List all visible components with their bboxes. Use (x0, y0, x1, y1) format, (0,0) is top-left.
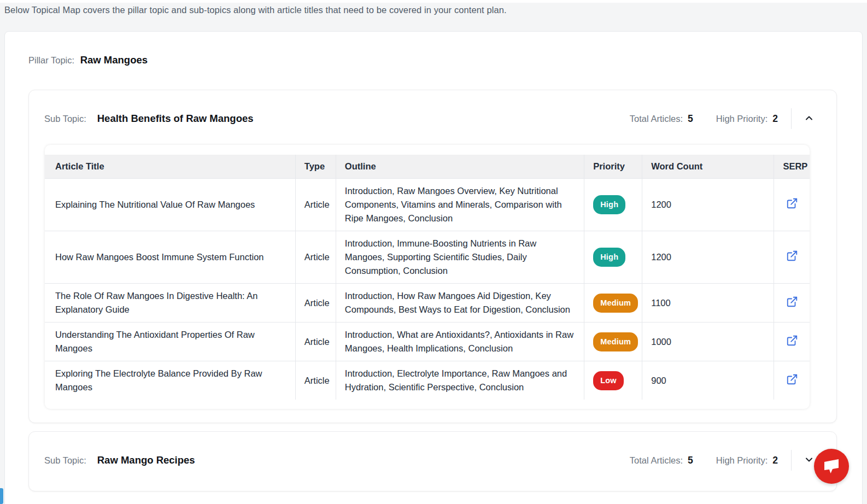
header-priority: Priority (584, 155, 642, 179)
serp-link-button[interactable] (785, 196, 799, 212)
table-row: How Raw Mangoes Boost Immune System Func… (45, 231, 810, 284)
total-articles-stat: Total Articles: 5 (630, 455, 693, 466)
article-outline-cell: Introduction, What are Antioxidants?, An… (336, 323, 584, 361)
article-serp-cell (774, 179, 810, 231)
subtopic-stats: Total Articles: 5 High Priority: 2 (607, 108, 817, 129)
serp-link-button[interactable] (785, 333, 799, 349)
external-link-icon (786, 379, 798, 387)
table-row: Explaining The Nutritional Value Of Raw … (45, 179, 810, 231)
articles-table-container: Article Title Type Outline Priority Word… (45, 145, 810, 409)
external-link-icon (786, 255, 798, 263)
header-divider (791, 108, 792, 129)
header-divider (791, 450, 792, 471)
article-outline-cell: Introduction, Electrolyte Importance, Ra… (336, 361, 584, 400)
priority-badge: High (593, 195, 625, 214)
header-serp: SERP (774, 155, 810, 179)
article-priority-cell: High (584, 179, 642, 231)
total-articles-label: Total Articles: (630, 455, 683, 466)
intro-text: Below Topical Map covers the pillar topi… (4, 5, 867, 15)
article-title-cell: Exploring The Electrolyte Balance Provid… (45, 361, 295, 400)
total-articles-value: 5 (688, 455, 693, 466)
high-priority-stat: High Priority: 2 (716, 455, 778, 466)
high-priority-stat: High Priority: 2 (716, 113, 778, 125)
article-type-cell: Article (295, 231, 336, 284)
article-word-count-cell: 1200 (642, 179, 774, 231)
subtopic-card-recipes: Sub Topic: Raw Mango Recipes Total Artic… (28, 431, 837, 491)
high-priority-value: 2 (772, 455, 778, 466)
priority-badge: Low (593, 371, 624, 390)
external-link-icon (786, 340, 798, 348)
high-priority-label: High Priority: (716, 455, 768, 466)
article-serp-cell (774, 284, 810, 323)
article-word-count-cell: 1200 (642, 231, 774, 284)
pillar-topic-value: Raw Mangoes (80, 54, 148, 66)
chat-launcher-button[interactable] (814, 449, 849, 484)
article-serp-cell (774, 231, 810, 284)
subtopic-label: Sub Topic: (44, 455, 86, 466)
header-outline: Outline (336, 155, 584, 179)
subtopic-stats: Total Articles: 5 High Priority: 2 (607, 450, 817, 471)
header-article-title: Article Title (45, 155, 295, 179)
priority-badge: High (593, 248, 625, 267)
article-type-cell: Article (295, 179, 336, 231)
article-priority-cell: Low (584, 361, 642, 400)
chat-bubble-icon (814, 448, 849, 485)
chevron-up-icon (805, 115, 813, 123)
total-articles-stat: Total Articles: 5 (630, 113, 693, 125)
topical-map-card: Pillar Topic: Raw Mangoes Sub Topic: Hea… (4, 31, 863, 504)
table-row: The Role Of Raw Mangoes In Digestive Hea… (45, 284, 810, 323)
article-serp-cell (774, 361, 810, 400)
collapse-subtopic-button[interactable] (801, 112, 817, 126)
article-outline-cell: Introduction, Immune-Boosting Nutrients … (336, 231, 584, 284)
total-articles-label: Total Articles: (630, 114, 683, 124)
subtopic-header: Sub Topic: Health Benefits of Raw Mangoe… (29, 90, 836, 145)
article-title-cell: The Role Of Raw Mangoes In Digestive Hea… (45, 284, 295, 323)
priority-badge: Medium (593, 294, 638, 313)
subtopic-title-group: Sub Topic: Raw Mango Recipes (44, 454, 195, 466)
article-word-count-cell: 1000 (642, 323, 774, 361)
subtopic-card-health-benefits: Sub Topic: Health Benefits of Raw Mangoe… (28, 90, 837, 423)
external-link-icon (786, 301, 798, 309)
article-serp-cell (774, 323, 810, 361)
top-strip (0, 0, 867, 3)
chevron-down-icon (805, 456, 813, 465)
subtopic-label: Sub Topic: (44, 114, 86, 124)
header-word-count: Word Count (642, 155, 774, 179)
high-priority-value: 2 (772, 113, 778, 125)
pillar-topic-row: Pillar Topic: Raw Mangoes (28, 54, 837, 66)
table-header-row: Article Title Type Outline Priority Word… (45, 155, 810, 179)
article-outline-cell: Introduction, How Raw Mangoes Aid Digest… (336, 284, 584, 323)
article-outline-cell: Introduction, Raw Mangoes Overview, Key … (336, 179, 584, 231)
table-row: Understanding The Antioxidant Properties… (45, 323, 810, 361)
article-type-cell: Article (295, 361, 336, 400)
serp-link-button[interactable] (785, 249, 799, 265)
article-word-count-cell: 1100 (642, 284, 774, 323)
articles-table: Article Title Type Outline Priority Word… (45, 155, 810, 400)
serp-link-button[interactable] (785, 295, 799, 310)
subtopic-title-group: Sub Topic: Health Benefits of Raw Mangoe… (44, 113, 254, 125)
subtopic-title: Raw Mango Recipes (97, 454, 195, 466)
article-priority-cell: Medium (584, 284, 642, 323)
article-title-cell: Understanding The Antioxidant Properties… (45, 323, 295, 361)
article-type-cell: Article (295, 323, 336, 361)
total-articles-value: 5 (688, 113, 693, 125)
table-row: Exploring The Electrolyte Balance Provid… (45, 361, 810, 400)
article-priority-cell: High (584, 231, 642, 284)
article-title-cell: How Raw Mangoes Boost Immune System Func… (45, 231, 295, 284)
priority-badge: Medium (593, 332, 638, 351)
external-link-icon (786, 203, 798, 211)
pillar-topic-label: Pillar Topic: (28, 55, 74, 65)
article-priority-cell: Medium (584, 323, 642, 361)
subtopic-header: Sub Topic: Raw Mango Recipes Total Artic… (29, 432, 836, 487)
article-type-cell: Article (295, 284, 336, 323)
header-type: Type (295, 155, 336, 179)
partial-widget-sliver (0, 488, 3, 504)
high-priority-label: High Priority: (716, 114, 768, 124)
article-word-count-cell: 900 (642, 361, 774, 400)
subtopic-title: Health Benefits of Raw Mangoes (97, 113, 254, 125)
article-title-cell: Explaining The Nutritional Value Of Raw … (45, 179, 295, 231)
serp-link-button[interactable] (785, 372, 799, 388)
